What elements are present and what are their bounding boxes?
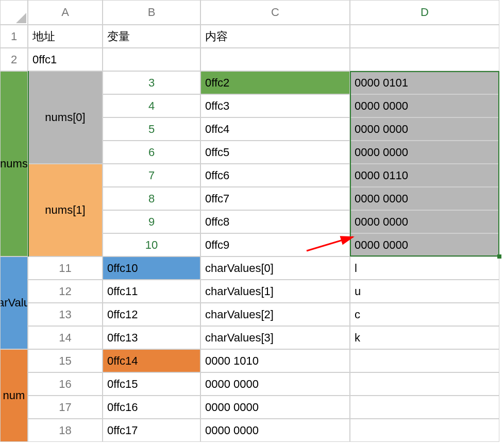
row-header-15[interactable]: 15: [28, 349, 103, 372]
cell-D13[interactable]: c: [350, 303, 499, 326]
cell-C1[interactable]: 内容: [200, 25, 350, 48]
row-header-10[interactable]: 10: [103, 233, 200, 256]
cell-C11[interactable]: charValues[0]: [200, 256, 350, 280]
cell-A1[interactable]: 地址: [28, 25, 103, 48]
cell-D8[interactable]: 0000 0000: [350, 187, 499, 210]
row-header-13[interactable]: 13: [28, 303, 103, 326]
cell-A2[interactable]: 0ffc1: [28, 48, 103, 71]
row-header-9[interactable]: 9: [103, 210, 200, 233]
cell-C13[interactable]: charValues[2]: [200, 303, 350, 326]
cell-A6[interactable]: 0ffc5: [200, 141, 350, 164]
row-header-18[interactable]: 18: [28, 419, 103, 442]
cell-A13[interactable]: 0ffc12: [103, 303, 200, 326]
cell-D1[interactable]: [350, 25, 499, 48]
cell-D14[interactable]: k: [350, 326, 499, 349]
row-header-7[interactable]: 7: [103, 164, 200, 187]
cell-A7[interactable]: 0ffc6: [200, 164, 350, 187]
row-header-3[interactable]: 3: [103, 71, 200, 94]
cell-B15-18-num[interactable]: num: [0, 349, 28, 442]
cell-D16[interactable]: [350, 372, 499, 396]
cell-D6[interactable]: 0000 0000: [350, 141, 499, 164]
cell-A12[interactable]: 0ffc11: [103, 280, 200, 303]
cell-B3-10-nums[interactable]: nums: [0, 71, 28, 256]
cell-B2[interactable]: [103, 48, 200, 71]
cell-A17[interactable]: 0ffc16: [103, 396, 200, 419]
cell-D3[interactable]: 0000 0101: [350, 71, 499, 94]
cell-D4[interactable]: 0000 0000: [350, 94, 499, 117]
cell-D2[interactable]: [350, 48, 499, 71]
cell-A11[interactable]: 0ffc10: [103, 256, 200, 280]
cell-C2[interactable]: [200, 48, 350, 71]
cell-D15[interactable]: [350, 349, 499, 372]
cell-A4[interactable]: 0ffc3: [200, 94, 350, 117]
cell-A15[interactable]: 0ffc14: [103, 349, 200, 372]
cell-C14[interactable]: charValues[3]: [200, 326, 350, 349]
select-all-corner[interactable]: [0, 0, 28, 25]
cell-A14[interactable]: 0ffc13: [103, 326, 200, 349]
cell-D5[interactable]: 0000 0000: [350, 117, 499, 141]
cell-D10[interactable]: 0000 0000: [350, 233, 499, 256]
cell-C16[interactable]: 0000 0000: [200, 372, 350, 396]
cell-C7-10-nums1[interactable]: nums[1]: [28, 164, 103, 256]
cell-C18[interactable]: 0000 0000: [200, 419, 350, 442]
cell-D12[interactable]: u: [350, 280, 499, 303]
cell-B1[interactable]: 变量: [103, 25, 200, 48]
cell-C12[interactable]: charValues[1]: [200, 280, 350, 303]
cell-A18[interactable]: 0ffc17: [103, 419, 200, 442]
row-header-11[interactable]: 11: [28, 256, 103, 280]
row-header-4[interactable]: 4: [103, 94, 200, 117]
cell-A8[interactable]: 0ffc7: [200, 187, 350, 210]
row-header-16[interactable]: 16: [28, 372, 103, 396]
cell-D7[interactable]: 0000 0110: [350, 164, 499, 187]
cell-A3[interactable]: 0ffc2: [200, 71, 350, 94]
cell-D17[interactable]: [350, 396, 499, 419]
cell-D18[interactable]: [350, 419, 499, 442]
cell-C17[interactable]: 0000 0000: [200, 396, 350, 419]
col-header-A[interactable]: A: [28, 0, 103, 25]
row-selection-indicator: [28, 71, 29, 256]
row-header-6[interactable]: 6: [103, 141, 200, 164]
row-header-2[interactable]: 2: [0, 48, 28, 71]
col-header-D[interactable]: D: [350, 0, 499, 25]
col-header-C[interactable]: C: [200, 0, 350, 25]
spreadsheet-grid[interactable]: A B C D 1 地址 变量 内容 2 0ffc1 3 0ffc2 nums …: [0, 0, 504, 442]
row-header-5[interactable]: 5: [103, 117, 200, 141]
cell-A5[interactable]: 0ffc4: [200, 117, 350, 141]
row-header-8[interactable]: 8: [103, 187, 200, 210]
row-header-14[interactable]: 14: [28, 326, 103, 349]
col-header-B[interactable]: B: [103, 0, 200, 25]
cell-A9[interactable]: 0ffc8: [200, 210, 350, 233]
cell-C3-6-nums0[interactable]: nums[0]: [28, 71, 103, 164]
row-header-1[interactable]: 1: [0, 25, 28, 48]
cell-D11[interactable]: l: [350, 256, 499, 280]
cell-C15[interactable]: 0000 1010: [200, 349, 350, 372]
cell-B11-14-charValues[interactable]: charValues: [0, 256, 28, 349]
cell-A16[interactable]: 0ffc15: [103, 372, 200, 396]
row-header-17[interactable]: 17: [28, 396, 103, 419]
row-header-12[interactable]: 12: [28, 280, 103, 303]
cell-A10[interactable]: 0ffc9: [200, 233, 350, 256]
cell-D9[interactable]: 0000 0000: [350, 210, 499, 233]
